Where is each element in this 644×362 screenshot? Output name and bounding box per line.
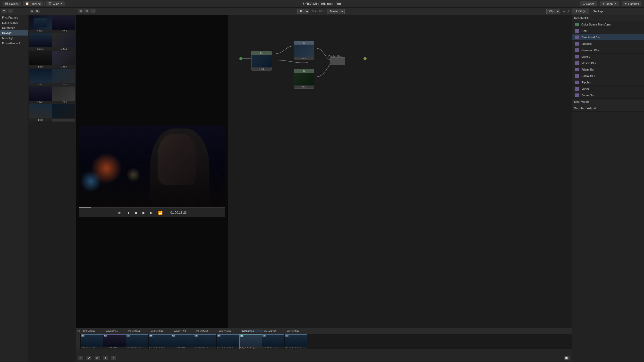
viewer-expand-btn[interactable]: ↗ (567, 9, 570, 13)
fx-prism-blur[interactable]: Prism Blur (572, 66, 644, 73)
node-wires-svg (228, 15, 572, 328)
fx-mosaic-blur-label: Mosaic Blur (581, 62, 596, 65)
pointer-tool-btn[interactable]: ↗ (86, 356, 91, 360)
node-editor[interactable]: 01 M ⊙ ▣ 02 M ↗ Parallel Mixer 04 (228, 15, 572, 328)
sidebar-item-daylight[interactable]: Daylight (0, 30, 28, 36)
face-highlight (158, 134, 197, 185)
progress-bar-bg (79, 207, 225, 208)
step-back-btn[interactable]: ⏴ (125, 210, 131, 215)
sidebar-collapse-btn[interactable]: ☰ (2, 9, 7, 13)
play-btn[interactable]: ▶ (141, 210, 146, 215)
clip-04[interactable]: A14_2016-01-28_2 04 (149, 334, 171, 349)
clip-10[interactable]: A03_2016-01-27_2 10 (285, 334, 307, 349)
viewer-settings-btn[interactable]: ⋯ (562, 9, 565, 13)
wand-tool-btn[interactable]: ✦ (103, 356, 108, 360)
tc-02: 10:21:59:15 (105, 330, 128, 332)
viewer-toggle-btn[interactable]: ⊟ (84, 9, 89, 13)
clip-07[interactable]: A14_2016-01-28_2 07 (217, 334, 239, 349)
timeline-area: V3 10:01:23:15 10:21:59:15 09:57:46:22 2… (76, 328, 572, 354)
clip-strip-row: C20_2016-02-05_1 01 C20_2016-02-05_1 02 (76, 334, 572, 349)
clip-01[interactable]: C20_2016-02-05_1 01 (81, 334, 103, 349)
fx-mosaic-blur[interactable]: Mosaic Blur (572, 60, 644, 66)
pencil-tool-btn[interactable]: ✏ (78, 356, 83, 360)
clip-07-num: 07 (217, 334, 221, 337)
fx-mirrors[interactable]: Mirrors (572, 54, 644, 60)
clip-06[interactable]: C20_2016-02-05_C 06 (194, 334, 217, 349)
timeline-tab[interactable]: 📋 Timeline (23, 1, 43, 6)
fx-color-space-transform[interactable]: Color Space Transform (572, 21, 644, 28)
clip-03[interactable]: C20_2016-02-05_C 03 (126, 334, 149, 349)
list-item[interactable]: 1:27.1 (52, 87, 75, 104)
gallery-tab[interactable]: 🖼 Gallery (3, 2, 21, 6)
node-01-header: 01 (251, 51, 272, 55)
loop-btn[interactable]: 🔁 (157, 210, 164, 215)
openfx-btn[interactable]: ◈ OpenFX (600, 1, 619, 6)
list-item[interactable]: 1:22.1 (52, 33, 75, 50)
curve-tool-btn[interactable]: ∿ (111, 356, 116, 360)
fx-mosaic-blur-icon (575, 61, 579, 65)
list-item[interactable]: 1:23.1 (52, 51, 75, 68)
sidebar-item-first-frames[interactable]: First Frames (0, 15, 28, 20)
fx-radial-blur-icon (575, 74, 579, 78)
nodes-btn[interactable]: ⬡ Nodes (580, 1, 597, 6)
fit-mode-select[interactable]: Fit (297, 9, 309, 14)
list-item[interactable] (52, 104, 75, 122)
fx-directional-blur[interactable]: Directional Blur (572, 34, 644, 41)
track-label-area (76, 334, 81, 349)
fx-gaussian-blur[interactable]: Gaussian Blur (572, 47, 644, 54)
clip-mode-select[interactable]: Clip (546, 9, 560, 14)
list-item[interactable]: 1:59l (29, 51, 52, 68)
fx-color-space-label: Color Space Transform (581, 23, 611, 26)
scope-toggle-btn[interactable]: 📊 (564, 356, 570, 360)
fx-ripples[interactable]: Ripples (572, 79, 644, 86)
list-item[interactable]: 1:20.1 (52, 15, 75, 33)
node-04[interactable]: 04 M ↗ (294, 69, 314, 89)
media-search-btn[interactable]: 🔍 (35, 10, 40, 13)
viewer-star-btn[interactable]: ✦ (90, 9, 96, 13)
media-view-btn[interactable]: ⊞ (30, 10, 34, 13)
nav-divider (22, 2, 22, 6)
sidebar-item-reference[interactable]: Reference (0, 25, 28, 30)
master-select[interactable]: Master (327, 9, 345, 14)
stop-btn[interactable]: ⏹ (134, 210, 139, 215)
clip-08-active[interactable]: A14_2016-01-28_2 08 (239, 334, 262, 349)
clip-10-num: 10 (285, 334, 289, 337)
node-02[interactable]: 02 M ↗ (294, 41, 314, 60)
clip-09[interactable]: A14_2016-01-28_2 09 (262, 334, 285, 349)
parallel-mixer-node[interactable] (330, 57, 345, 65)
sidebar-item-moonlight[interactable]: Moonlight (0, 36, 28, 41)
sidebar-item-last-frames[interactable]: Last Frames (0, 20, 28, 25)
clip-02[interactable]: C20_2016-02-05_1 02 (103, 334, 126, 349)
library-tab[interactable]: Library (572, 8, 589, 14)
sidebar-add-btn[interactable]: + (8, 9, 13, 13)
main-container: ☰ + First Frames Last Frames Reference D… (0, 8, 644, 362)
top-nav-left: 🖼 Gallery 📋 Timeline 🎬 Clips ▼ (0, 1, 82, 6)
clip-05[interactable]: C20_2016-02-05_1 05 (171, 334, 194, 349)
list-item[interactable]: 1:24.1 (29, 69, 52, 86)
right-panel: Library Settings ResolveFX Color Space T… (572, 8, 644, 362)
list-item[interactable]: 1:28l (29, 104, 52, 122)
list-item[interactable]: 1:25.1 (52, 69, 75, 86)
list-item[interactable]: 1:19.1 (29, 15, 52, 33)
tc-06: 09:54:40:08 (196, 330, 218, 332)
fx-emboss[interactable]: Emboss (572, 41, 644, 47)
nav-divider2 (44, 2, 45, 6)
progress-bar-fill (79, 207, 91, 208)
fx-dent[interactable]: Dent (572, 28, 644, 34)
go-to-end-btn[interactable]: ⏭ (149, 210, 155, 215)
settings-tab[interactable]: Settings (589, 9, 608, 14)
clip-05-name: C20_2016-02-05_1 (171, 347, 194, 349)
viewer-grid-btn[interactable]: ⊞ (78, 9, 83, 13)
list-item[interactable]: 1:26.1 (29, 87, 52, 104)
list-item[interactable]: 1:21.1 (29, 33, 52, 50)
fx-zoom-blur[interactable]: Zoom Blur (572, 92, 644, 99)
node-01[interactable]: 01 M ⊙ ▣ (251, 51, 272, 71)
lasso-tool-btn[interactable]: ⊙ (95, 356, 100, 360)
lightbox-btn[interactable]: ☀ Lightbox (622, 1, 641, 6)
go-to-start-btn[interactable]: ⏮ (117, 210, 123, 215)
fx-radial-blur[interactable]: Radial Blur (572, 73, 644, 79)
sidebar-item-powergrade[interactable]: PowerGrade 1 (0, 41, 28, 46)
fx-vortex[interactable]: Vortex (572, 86, 644, 92)
timeline-tc-header: V3 10:01:23:15 10:21:59:15 09:57:46:22 2… (76, 328, 572, 334)
clips-tab[interactable]: 🎬 Clips ▼ (46, 1, 65, 6)
